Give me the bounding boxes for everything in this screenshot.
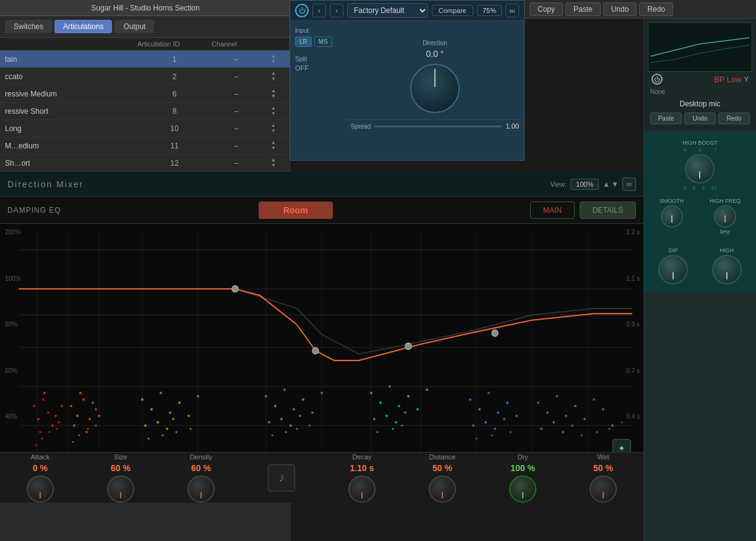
- undo-button-right[interactable]: Undo: [684, 113, 716, 124]
- table-row[interactable]: Long 10 – ▲▼: [0, 120, 291, 137]
- table-row[interactable]: ressive Medium 6 – ▲▼: [0, 85, 291, 103]
- direction-power-button[interactable]: ⏻: [295, 4, 309, 17]
- svg-point-21: [47, 411, 49, 414]
- direction-percent[interactable]: 75%: [477, 5, 502, 16]
- svg-point-111: [611, 424, 614, 427]
- ms-button[interactable]: MS: [314, 36, 332, 47]
- direction-compare-button[interactable]: Compare: [432, 5, 473, 16]
- redo-button-right[interactable]: Redo: [718, 113, 750, 124]
- high-freq-knob[interactable]: [714, 205, 736, 228]
- svg-point-96: [472, 424, 475, 427]
- row-arrow[interactable]: ▲▼: [261, 71, 286, 82]
- density-knob[interactable]: [187, 475, 215, 503]
- split-label: Split: [295, 56, 341, 62]
- direction-knob-line: [434, 69, 436, 87]
- row-arrow[interactable]: ▲▼: [261, 158, 286, 168]
- svg-point-73: [285, 431, 287, 433]
- svg-point-62: [274, 405, 277, 407]
- high-boost-knob[interactable]: [685, 154, 715, 184]
- attack-value: 0 %: [33, 463, 48, 473]
- split-group: Split OFF: [295, 56, 341, 72]
- bottom-param-bar: Attack 0 % Size 60 % Density 60 % ♪ Deca…: [0, 452, 643, 503]
- knob-indicator: [120, 492, 121, 498]
- table-row[interactable]: tain 1 – ▲▼: [0, 51, 291, 68]
- main-tab-button[interactable]: MAIN: [530, 202, 575, 219]
- table-row[interactable]: ccato 2 – ▲▼: [0, 68, 291, 85]
- svg-point-30: [49, 431, 51, 433]
- wet-knob[interactable]: [590, 475, 617, 503]
- spread-slider[interactable]: [374, 126, 502, 127]
- table-row[interactable]: Sh…ort 12 – ▲▼: [0, 155, 291, 172]
- view-link-button[interactable]: ∞: [622, 177, 636, 191]
- dry-label: Dry: [517, 453, 528, 461]
- spread-label: Spread: [351, 123, 371, 130]
- view-percent[interactable]: 100%: [570, 179, 599, 190]
- music-icon[interactable]: ♪: [268, 464, 295, 492]
- svg-point-113: [552, 421, 555, 424]
- svg-point-61: [265, 395, 267, 398]
- row-arrow[interactable]: ▲▼: [261, 54, 286, 64]
- svg-point-43: [79, 435, 80, 437]
- dry-knob[interactable]: [509, 475, 536, 503]
- svg-point-116: [581, 435, 583, 437]
- right-power-icon[interactable]: ⏻: [651, 74, 663, 85]
- high-boost-label: HIGH BOOST: [682, 140, 718, 146]
- density-value: 60 %: [191, 463, 211, 473]
- direction-preset-select[interactable]: Factory Default: [347, 3, 428, 18]
- svg-point-83: [373, 418, 376, 420]
- smooth-knob[interactable]: [661, 205, 683, 228]
- desktop-mic-label: Desktop mic: [648, 97, 752, 111]
- svg-point-68: [268, 421, 270, 424]
- room-button[interactable]: Room: [259, 202, 333, 219]
- high-knob[interactable]: [712, 255, 742, 284]
- svg-point-35: [88, 418, 91, 420]
- size-knob[interactable]: [107, 475, 134, 503]
- dir-next-button[interactable]: ›: [330, 4, 343, 17]
- right-btn-row: Paste Undo Redo: [648, 111, 752, 126]
- lr-button[interactable]: LR: [295, 36, 312, 47]
- knob-indicator: [699, 171, 700, 179]
- copy-button-top[interactable]: Copy: [530, 2, 563, 16]
- svg-point-72: [272, 435, 273, 437]
- svg-point-45: [95, 425, 97, 427]
- row-arrow[interactable]: ▲▼: [261, 88, 286, 99]
- tab-output[interactable]: Output: [114, 20, 154, 33]
- tab-switches[interactable]: Switches: [5, 20, 52, 33]
- svg-point-81: [416, 408, 419, 411]
- table-row[interactable]: M…edium 11 – ▲▼: [0, 137, 291, 155]
- redo-button-top[interactable]: Redo: [639, 2, 673, 16]
- svg-point-26: [61, 405, 63, 407]
- direction-knob[interactable]: [410, 64, 460, 113]
- svg-point-53: [144, 424, 147, 427]
- tab-articulations[interactable]: Articulations: [54, 20, 112, 33]
- eq-canvas: 200% 100% 80% 60% 40% 20% 2.2 s 1.1 s 0.…: [0, 224, 643, 471]
- undo-button-top[interactable]: Undo: [603, 2, 637, 16]
- row-arrow[interactable]: ▲▼: [261, 106, 286, 116]
- knob-indicator: [603, 492, 604, 498]
- svg-point-19: [37, 418, 40, 420]
- row-arrow[interactable]: ▲▼: [261, 140, 286, 151]
- view-up-arrow[interactable]: ▲: [603, 180, 610, 189]
- none-label: None: [650, 88, 665, 95]
- svg-point-87: [377, 431, 379, 433]
- direction-link-button[interactable]: ∞: [505, 4, 519, 17]
- svg-point-104: [546, 411, 549, 414]
- title-bar: Sugar Hill - Studio Horns Section: [0, 0, 291, 16]
- paste-button-top[interactable]: Paste: [565, 2, 601, 16]
- svg-point-33: [76, 414, 79, 417]
- paste-button-right[interactable]: Paste: [650, 113, 682, 124]
- row-arrow[interactable]: ▲▼: [261, 123, 286, 134]
- svg-point-101: [491, 435, 493, 437]
- dip-label: DIP: [669, 247, 678, 253]
- knob-indicator: [40, 492, 41, 498]
- decay-knob[interactable]: [348, 475, 376, 503]
- dir-prev-button[interactable]: ‹: [312, 4, 326, 17]
- attack-knob[interactable]: [27, 475, 54, 503]
- table-row[interactable]: ressive Short 8 – ▲▼: [0, 103, 291, 120]
- distance-knob[interactable]: [429, 475, 456, 503]
- smooth-label: SMOOTH: [659, 198, 684, 204]
- details-tab-button[interactable]: DETAILS: [580, 202, 636, 219]
- dip-knob[interactable]: [658, 255, 688, 284]
- view-down-arrow[interactable]: ▼: [611, 180, 619, 189]
- svg-point-54: [157, 421, 159, 424]
